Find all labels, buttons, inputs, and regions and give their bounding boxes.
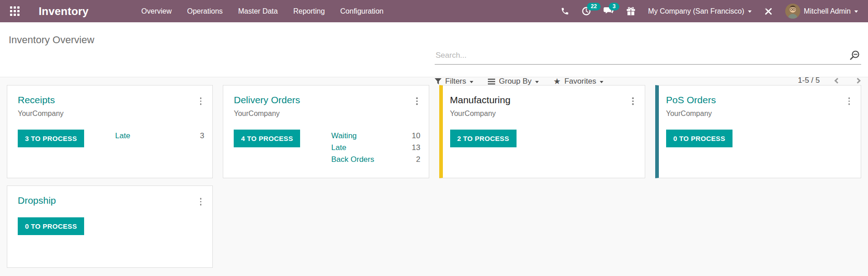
stat-value: 3 (200, 130, 204, 142)
avatar (785, 4, 800, 19)
stat-value: 10 (412, 130, 421, 142)
stat-label[interactable]: Waiting (331, 130, 357, 142)
chevron-down-icon (535, 81, 539, 83)
card-title[interactable]: PoS Orders (666, 95, 716, 105)
to-process-button[interactable]: 0 TO PROCESS (18, 217, 84, 235)
card-header: PoS Orders (666, 95, 853, 107)
company-switcher[interactable]: My Company (San Francisco) (648, 7, 752, 15)
card-stats: Late3 (115, 130, 204, 142)
chevron-down-icon (854, 10, 858, 13)
favorites-label: Favorites (564, 77, 596, 86)
card-body: 4 TO PROCESSWaiting10Late13Back Orders2 (234, 130, 420, 166)
chevron-down-icon (470, 81, 473, 83)
top-navbar: Inventory OverviewOperationsMaster DataR… (0, 0, 868, 22)
top-menu-item-master-data[interactable]: Master Data (238, 7, 278, 15)
top-menu-item-reporting[interactable]: Reporting (293, 7, 325, 15)
card-header: Delivery Orders (234, 95, 420, 107)
apps-menu-icon[interactable] (10, 6, 20, 16)
messages-badge: 3 (609, 3, 619, 10)
stat-label[interactable]: Back Orders (331, 154, 374, 166)
pager-previous-button[interactable] (834, 78, 840, 84)
messages-icon[interactable]: 3 (603, 6, 614, 16)
card-header: Manufacturing (450, 95, 637, 107)
developer-tools-icon[interactable] (764, 7, 773, 16)
card-title[interactable]: Receipts (18, 95, 55, 105)
card-body: 3 TO PROCESSLate3 (18, 130, 204, 147)
card-menu-button[interactable] (629, 95, 637, 107)
favorites-button[interactable]: ★ Favorites (553, 77, 603, 86)
to-process-button[interactable]: 4 TO PROCESS (234, 130, 300, 147)
stat-row-back-orders: Back Orders2 (331, 154, 421, 166)
group-by-icon (488, 79, 495, 85)
card-dropship: Dropship0 TO PROCESS (7, 186, 213, 268)
card-delivery-orders: Delivery OrdersYourCompany4 TO PROCESSWa… (223, 85, 429, 178)
stat-label[interactable]: Late (115, 130, 130, 142)
inventory-dashboard: ReceiptsYourCompany3 TO PROCESSLate3Deli… (0, 77, 868, 276)
to-process-button[interactable]: 0 TO PROCESS (666, 130, 733, 147)
card-menu-button[interactable] (413, 95, 421, 107)
user-name: Mitchell Admin (804, 7, 851, 15)
control-panel: Inventory Overview Filters Group By ★ Fa… (0, 22, 868, 77)
filters-button[interactable]: Filters (435, 77, 473, 86)
top-menu-item-overview[interactable]: Overview (141, 7, 172, 15)
card-stats: Waiting10Late13Back Orders2 (331, 130, 421, 166)
stat-row-waiting: Waiting10 (331, 130, 421, 142)
top-menu: OverviewOperationsMaster DataReportingCo… (141, 7, 384, 15)
top-menu-item-operations[interactable]: Operations (187, 7, 223, 15)
card-header: Receipts (18, 95, 204, 107)
pager: 1-5 / 5 (798, 76, 860, 85)
group-by-button[interactable]: Group By (488, 77, 539, 86)
card-subtitle: YourCompany (666, 110, 853, 118)
funnel-icon (435, 78, 442, 85)
phone-icon[interactable] (561, 7, 569, 15)
search-input[interactable] (435, 49, 861, 65)
user-menu[interactable]: Mitchell Admin (785, 4, 858, 19)
search-bar (435, 49, 861, 65)
card-menu-button[interactable] (197, 196, 205, 207)
pager-next-button[interactable] (855, 78, 861, 84)
gift-icon[interactable] (626, 6, 636, 16)
stat-row-late: Late13 (331, 142, 421, 154)
breadcrumb: Inventory Overview (9, 34, 94, 46)
card-manufacturing: ManufacturingYourCompany2 TO PROCESS (439, 85, 645, 178)
card-pos-orders: PoS OrdersYourCompany0 TO PROCESS (655, 85, 861, 178)
top-menu-item-configuration[interactable]: Configuration (340, 7, 383, 15)
to-process-button[interactable]: 2 TO PROCESS (450, 130, 517, 147)
chevron-down-icon (600, 81, 603, 83)
card-subtitle: YourCompany (18, 110, 204, 118)
card-menu-button[interactable] (846, 95, 853, 107)
filters-label: Filters (445, 77, 466, 86)
star-icon: ★ (553, 77, 561, 85)
card-body: 2 TO PROCESS (450, 130, 637, 147)
card-subtitle: YourCompany (450, 110, 637, 118)
company-label: My Company (San Francisco) (648, 7, 744, 15)
activities-clock-icon[interactable]: 22 (582, 6, 591, 16)
stat-row-late: Late3 (115, 130, 204, 142)
stat-value: 13 (412, 142, 421, 154)
search-options: Filters Group By ★ Favorites (435, 77, 603, 86)
to-process-button[interactable]: 3 TO PROCESS (18, 130, 84, 147)
stat-label[interactable]: Late (331, 142, 346, 154)
card-body: 0 TO PROCESS (18, 217, 204, 235)
app-title[interactable]: Inventory (39, 5, 89, 18)
search-icon[interactable] (849, 50, 860, 63)
card-title[interactable]: Manufacturing (450, 95, 511, 105)
topbar-right: 22 3 My Company (San Francisco) Mitchell… (561, 4, 858, 19)
pager-range: 1-5 / 5 (798, 76, 820, 85)
card-menu-button[interactable] (197, 95, 205, 107)
group-by-label: Group By (499, 77, 532, 86)
card-body: 0 TO PROCESS (666, 130, 853, 147)
chevron-down-icon (748, 10, 752, 13)
card-header: Dropship (18, 195, 204, 207)
card-title[interactable]: Delivery Orders (234, 95, 300, 105)
card-receipts: ReceiptsYourCompany3 TO PROCESSLate3 (7, 85, 213, 178)
activities-badge: 22 (587, 3, 600, 10)
stat-value: 2 (416, 154, 420, 166)
card-subtitle: YourCompany (234, 110, 420, 118)
card-title[interactable]: Dropship (18, 195, 56, 206)
